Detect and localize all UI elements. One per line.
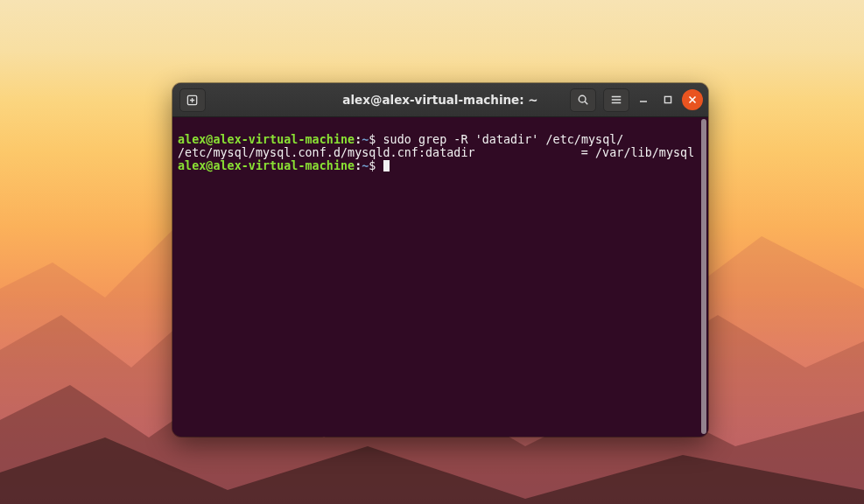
maximize-button[interactable]: [657, 89, 678, 110]
minimize-button[interactable]: [633, 89, 654, 110]
hamburger-icon: [610, 94, 622, 106]
terminal-window: alex@alex-virtual-machine: ~: [172, 83, 708, 437]
desktop-background: alex@alex-virtual-machine: ~: [0, 0, 864, 504]
prompt-symbol: $: [369, 159, 376, 172]
new-tab-icon: [186, 94, 200, 107]
command-line: sudo grep -R 'datadir' /etc/mysql/: [383, 133, 624, 146]
maximize-icon: [664, 95, 672, 104]
svg-line-4: [585, 102, 587, 104]
close-button[interactable]: [682, 89, 703, 110]
scrollbar[interactable]: [701, 119, 706, 434]
output-line: /etc/mysql/mysql.conf.d/mysqld.cnf:datad…: [178, 146, 694, 159]
prompt-symbol: $: [369, 133, 376, 146]
menu-button[interactable]: [603, 88, 629, 112]
minimize-icon: [639, 95, 648, 104]
titlebar[interactable]: alex@alex-virtual-machine: ~: [172, 83, 708, 117]
close-icon: [688, 95, 697, 104]
prompt-user: alex@alex-virtual-machine: [178, 159, 355, 172]
terminal-body[interactable]: alex@alex-virtual-machine:~$ sudo grep -…: [172, 117, 708, 437]
prompt-user: alex@alex-virtual-machine: [178, 133, 355, 146]
svg-rect-9: [664, 96, 671, 102]
new-tab-button[interactable]: [179, 88, 206, 112]
search-button[interactable]: [570, 88, 596, 112]
search-icon: [577, 94, 589, 106]
svg-point-3: [579, 95, 586, 102]
text-cursor: [383, 160, 390, 172]
